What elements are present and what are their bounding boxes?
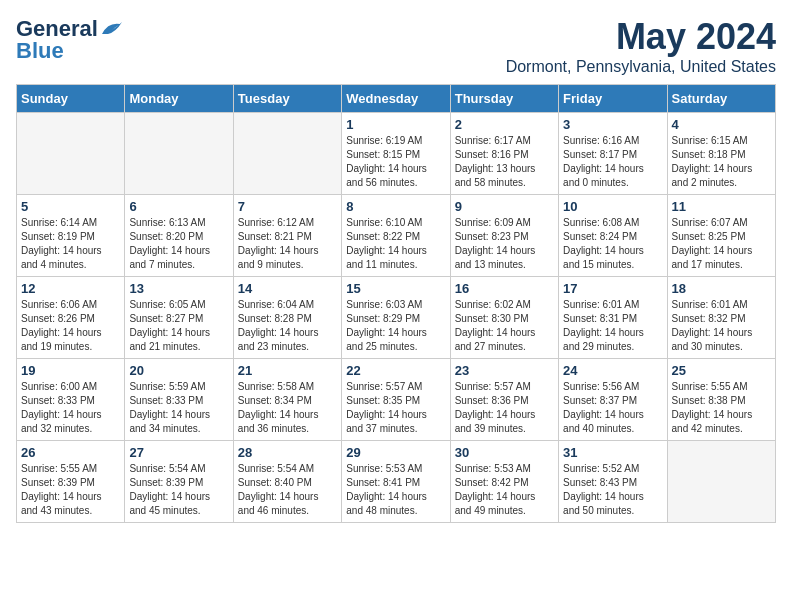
calendar-day-13: 13Sunrise: 6:05 AMSunset: 8:27 PMDayligh… bbox=[125, 277, 233, 359]
day-info: Sunrise: 5:58 AMSunset: 8:34 PMDaylight:… bbox=[238, 380, 337, 436]
weekday-header-tuesday: Tuesday bbox=[233, 85, 341, 113]
calendar-day-17: 17Sunrise: 6:01 AMSunset: 8:31 PMDayligh… bbox=[559, 277, 667, 359]
calendar-week-row: 12Sunrise: 6:06 AMSunset: 8:26 PMDayligh… bbox=[17, 277, 776, 359]
weekday-header-friday: Friday bbox=[559, 85, 667, 113]
calendar-day-21: 21Sunrise: 5:58 AMSunset: 8:34 PMDayligh… bbox=[233, 359, 341, 441]
calendar-day-30: 30Sunrise: 5:53 AMSunset: 8:42 PMDayligh… bbox=[450, 441, 558, 523]
day-number: 17 bbox=[563, 281, 662, 296]
day-info: Sunrise: 6:13 AMSunset: 8:20 PMDaylight:… bbox=[129, 216, 228, 272]
calendar-week-row: 19Sunrise: 6:00 AMSunset: 8:33 PMDayligh… bbox=[17, 359, 776, 441]
calendar-day-empty bbox=[233, 113, 341, 195]
calendar-day-15: 15Sunrise: 6:03 AMSunset: 8:29 PMDayligh… bbox=[342, 277, 450, 359]
day-info: Sunrise: 6:01 AMSunset: 8:32 PMDaylight:… bbox=[672, 298, 771, 354]
day-info: Sunrise: 6:09 AMSunset: 8:23 PMDaylight:… bbox=[455, 216, 554, 272]
day-number: 13 bbox=[129, 281, 228, 296]
day-info: Sunrise: 6:08 AMSunset: 8:24 PMDaylight:… bbox=[563, 216, 662, 272]
day-number: 27 bbox=[129, 445, 228, 460]
calendar-day-24: 24Sunrise: 5:56 AMSunset: 8:37 PMDayligh… bbox=[559, 359, 667, 441]
calendar-day-empty bbox=[17, 113, 125, 195]
day-number: 10 bbox=[563, 199, 662, 214]
logo: General Blue bbox=[16, 16, 122, 64]
day-info: Sunrise: 5:54 AMSunset: 8:39 PMDaylight:… bbox=[129, 462, 228, 518]
calendar-day-1: 1Sunrise: 6:19 AMSunset: 8:15 PMDaylight… bbox=[342, 113, 450, 195]
day-info: Sunrise: 6:06 AMSunset: 8:26 PMDaylight:… bbox=[21, 298, 120, 354]
day-info: Sunrise: 6:01 AMSunset: 8:31 PMDaylight:… bbox=[563, 298, 662, 354]
calendar-day-9: 9Sunrise: 6:09 AMSunset: 8:23 PMDaylight… bbox=[450, 195, 558, 277]
weekday-header-thursday: Thursday bbox=[450, 85, 558, 113]
calendar-day-28: 28Sunrise: 5:54 AMSunset: 8:40 PMDayligh… bbox=[233, 441, 341, 523]
day-number: 20 bbox=[129, 363, 228, 378]
calendar-day-16: 16Sunrise: 6:02 AMSunset: 8:30 PMDayligh… bbox=[450, 277, 558, 359]
day-info: Sunrise: 6:10 AMSunset: 8:22 PMDaylight:… bbox=[346, 216, 445, 272]
day-number: 5 bbox=[21, 199, 120, 214]
day-info: Sunrise: 6:00 AMSunset: 8:33 PMDaylight:… bbox=[21, 380, 120, 436]
day-number: 16 bbox=[455, 281, 554, 296]
day-number: 14 bbox=[238, 281, 337, 296]
calendar-day-10: 10Sunrise: 6:08 AMSunset: 8:24 PMDayligh… bbox=[559, 195, 667, 277]
day-number: 6 bbox=[129, 199, 228, 214]
day-info: Sunrise: 6:07 AMSunset: 8:25 PMDaylight:… bbox=[672, 216, 771, 272]
day-number: 8 bbox=[346, 199, 445, 214]
calendar-day-22: 22Sunrise: 5:57 AMSunset: 8:35 PMDayligh… bbox=[342, 359, 450, 441]
day-number: 24 bbox=[563, 363, 662, 378]
day-number: 11 bbox=[672, 199, 771, 214]
day-number: 29 bbox=[346, 445, 445, 460]
day-info: Sunrise: 5:59 AMSunset: 8:33 PMDaylight:… bbox=[129, 380, 228, 436]
weekday-header-wednesday: Wednesday bbox=[342, 85, 450, 113]
calendar-week-row: 5Sunrise: 6:14 AMSunset: 8:19 PMDaylight… bbox=[17, 195, 776, 277]
calendar-day-8: 8Sunrise: 6:10 AMSunset: 8:22 PMDaylight… bbox=[342, 195, 450, 277]
title-block: May 2024 Dormont, Pennsylvania, United S… bbox=[506, 16, 776, 76]
page-header: General Blue May 2024 Dormont, Pennsylva… bbox=[16, 16, 776, 76]
day-info: Sunrise: 6:05 AMSunset: 8:27 PMDaylight:… bbox=[129, 298, 228, 354]
calendar-day-19: 19Sunrise: 6:00 AMSunset: 8:33 PMDayligh… bbox=[17, 359, 125, 441]
day-info: Sunrise: 5:54 AMSunset: 8:40 PMDaylight:… bbox=[238, 462, 337, 518]
logo-blue: Blue bbox=[16, 38, 64, 63]
calendar-day-empty bbox=[125, 113, 233, 195]
day-info: Sunrise: 6:16 AMSunset: 8:17 PMDaylight:… bbox=[563, 134, 662, 190]
day-info: Sunrise: 6:03 AMSunset: 8:29 PMDaylight:… bbox=[346, 298, 445, 354]
calendar-day-14: 14Sunrise: 6:04 AMSunset: 8:28 PMDayligh… bbox=[233, 277, 341, 359]
calendar-day-11: 11Sunrise: 6:07 AMSunset: 8:25 PMDayligh… bbox=[667, 195, 775, 277]
day-number: 25 bbox=[672, 363, 771, 378]
day-info: Sunrise: 6:15 AMSunset: 8:18 PMDaylight:… bbox=[672, 134, 771, 190]
calendar-week-row: 1Sunrise: 6:19 AMSunset: 8:15 PMDaylight… bbox=[17, 113, 776, 195]
day-info: Sunrise: 6:02 AMSunset: 8:30 PMDaylight:… bbox=[455, 298, 554, 354]
day-number: 3 bbox=[563, 117, 662, 132]
day-number: 15 bbox=[346, 281, 445, 296]
location: Dormont, Pennsylvania, United States bbox=[506, 58, 776, 76]
calendar-day-6: 6Sunrise: 6:13 AMSunset: 8:20 PMDaylight… bbox=[125, 195, 233, 277]
day-number: 2 bbox=[455, 117, 554, 132]
calendar-day-27: 27Sunrise: 5:54 AMSunset: 8:39 PMDayligh… bbox=[125, 441, 233, 523]
calendar-day-26: 26Sunrise: 5:55 AMSunset: 8:39 PMDayligh… bbox=[17, 441, 125, 523]
calendar-day-empty bbox=[667, 441, 775, 523]
day-info: Sunrise: 5:53 AMSunset: 8:42 PMDaylight:… bbox=[455, 462, 554, 518]
calendar-day-3: 3Sunrise: 6:16 AMSunset: 8:17 PMDaylight… bbox=[559, 113, 667, 195]
calendar-day-12: 12Sunrise: 6:06 AMSunset: 8:26 PMDayligh… bbox=[17, 277, 125, 359]
day-info: Sunrise: 5:55 AMSunset: 8:39 PMDaylight:… bbox=[21, 462, 120, 518]
day-info: Sunrise: 6:17 AMSunset: 8:16 PMDaylight:… bbox=[455, 134, 554, 190]
weekday-header-row: SundayMondayTuesdayWednesdayThursdayFrid… bbox=[17, 85, 776, 113]
day-info: Sunrise: 6:04 AMSunset: 8:28 PMDaylight:… bbox=[238, 298, 337, 354]
calendar-day-20: 20Sunrise: 5:59 AMSunset: 8:33 PMDayligh… bbox=[125, 359, 233, 441]
calendar-table: SundayMondayTuesdayWednesdayThursdayFrid… bbox=[16, 84, 776, 523]
day-number: 31 bbox=[563, 445, 662, 460]
calendar-day-23: 23Sunrise: 5:57 AMSunset: 8:36 PMDayligh… bbox=[450, 359, 558, 441]
day-number: 23 bbox=[455, 363, 554, 378]
weekday-header-monday: Monday bbox=[125, 85, 233, 113]
day-number: 26 bbox=[21, 445, 120, 460]
day-number: 9 bbox=[455, 199, 554, 214]
day-info: Sunrise: 5:57 AMSunset: 8:36 PMDaylight:… bbox=[455, 380, 554, 436]
day-number: 30 bbox=[455, 445, 554, 460]
day-number: 12 bbox=[21, 281, 120, 296]
day-number: 18 bbox=[672, 281, 771, 296]
calendar-week-row: 26Sunrise: 5:55 AMSunset: 8:39 PMDayligh… bbox=[17, 441, 776, 523]
day-info: Sunrise: 6:19 AMSunset: 8:15 PMDaylight:… bbox=[346, 134, 445, 190]
logo-bird-icon bbox=[100, 20, 122, 38]
day-info: Sunrise: 5:57 AMSunset: 8:35 PMDaylight:… bbox=[346, 380, 445, 436]
day-number: 28 bbox=[238, 445, 337, 460]
day-info: Sunrise: 6:14 AMSunset: 8:19 PMDaylight:… bbox=[21, 216, 120, 272]
day-number: 22 bbox=[346, 363, 445, 378]
calendar-day-4: 4Sunrise: 6:15 AMSunset: 8:18 PMDaylight… bbox=[667, 113, 775, 195]
day-number: 4 bbox=[672, 117, 771, 132]
calendar-day-31: 31Sunrise: 5:52 AMSunset: 8:43 PMDayligh… bbox=[559, 441, 667, 523]
